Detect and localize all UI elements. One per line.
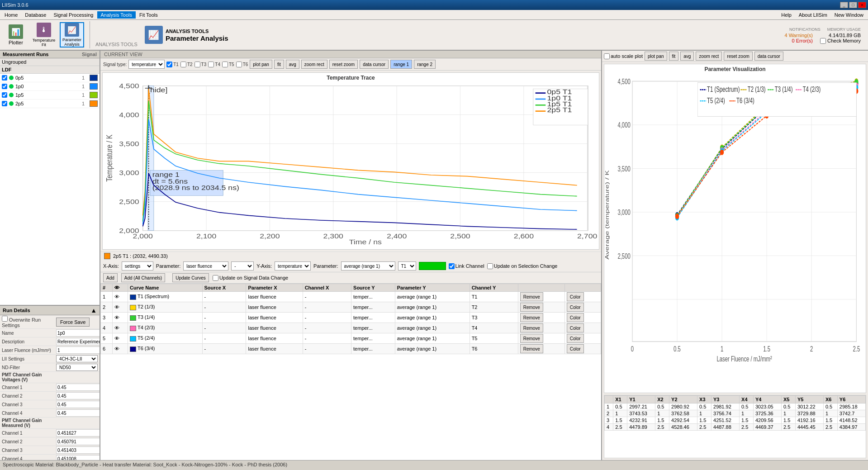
ch-t6[interactable]: T6 (236, 62, 248, 67)
ch-t1[interactable]: T1 (166, 62, 179, 67)
menu-fit-tools[interactable]: Fit Tools (136, 11, 161, 19)
x-source-select[interactable]: settings measured (122, 261, 153, 271)
update-curves-btn[interactable]: Update Curves (172, 273, 209, 282)
ch-t5[interactable]: T5 (222, 62, 234, 67)
run-color-2p5[interactable] (90, 100, 98, 107)
menu-help[interactable]: Help (778, 11, 795, 19)
maximize-btn[interactable]: □ (849, 2, 857, 8)
update-selection-label[interactable]: Update on Selection Change (487, 263, 558, 269)
run-checkbox-1p0[interactable] (2, 84, 7, 89)
reset-zoom-btn[interactable]: reset zoom (329, 60, 358, 69)
zoom-rect-btn[interactable]: zoom rect (301, 60, 327, 69)
link-channel-checkbox[interactable] (449, 263, 455, 269)
curve-eye-1[interactable]: 👁 (112, 302, 128, 313)
curve-remove-2[interactable]: Remove (518, 313, 564, 323)
details-input-11[interactable] (56, 429, 100, 437)
pv-reset-zoom-btn[interactable]: reset zoom (724, 52, 752, 61)
overwrite-checkbox[interactable] (2, 316, 8, 322)
curve-color-btn-2[interactable]: Color (564, 313, 601, 323)
details-input-13[interactable] (56, 446, 100, 454)
run-checkbox-1p5[interactable] (2, 92, 7, 98)
x-param-select[interactable]: laser fluence temperature (183, 261, 228, 271)
add-all-btn[interactable]: Add (All Channels) (121, 273, 165, 282)
temperature-fit-btn[interactable]: 🌡 TemperatureFit (32, 22, 56, 47)
run-item-1p0[interactable]: 1p0 1 (0, 82, 100, 91)
x-extra-select[interactable]: - (231, 261, 254, 271)
pv-plot-pan-btn[interactable]: plot pan (645, 52, 667, 61)
window-controls[interactable]: _ □ × (840, 2, 866, 8)
y-channel-select[interactable]: T1T2T3 (398, 261, 416, 271)
curve-color-btn-5[interactable]: Color (564, 344, 601, 354)
update-curves-btn-label[interactable]: Update Curves (172, 273, 209, 282)
minimize-btn[interactable]: _ (840, 2, 848, 8)
y-param-select[interactable]: average (range 1) peak (341, 261, 395, 271)
curve-color-btn-0[interactable]: Color (564, 292, 601, 302)
update-signal-label[interactable]: Update on Signal Data Change (213, 275, 288, 281)
close-btn[interactable]: × (858, 2, 866, 8)
y-source-select[interactable]: temperature raw (275, 261, 311, 271)
pv-avg-btn[interactable]: avg (680, 52, 694, 61)
curve-color-btn-1[interactable]: Color (564, 302, 601, 313)
update-selection-checkbox[interactable] (487, 263, 493, 269)
force-save-btn[interactable]: Force Save (56, 318, 90, 327)
plotter-btn[interactable]: 📊 Plotter (4, 22, 28, 47)
auto-scale-checkbox[interactable] (604, 53, 610, 59)
details-input-8[interactable] (56, 401, 100, 408)
curve-eye-3[interactable]: 👁 (112, 323, 128, 333)
details-input-6[interactable] (56, 384, 100, 391)
ch-t4[interactable]: T4 (208, 62, 220, 67)
add-btn[interactable]: Add (103, 273, 118, 282)
curve-remove-3[interactable]: Remove (518, 323, 564, 333)
menu-analysis-tools[interactable]: Analysis Tools (97, 11, 136, 19)
details-input-1[interactable] (56, 338, 100, 345)
menu-database[interactable]: Database (21, 11, 50, 19)
update-signal-checkbox[interactable] (213, 275, 218, 281)
run-color-0p5[interactable] (90, 75, 98, 81)
details-input-7[interactable] (56, 392, 100, 399)
run-item-1p5[interactable]: 1p5 1 (0, 91, 100, 100)
data-cursor-btn[interactable]: data cursor (360, 60, 389, 69)
details-input-14[interactable] (56, 455, 100, 460)
menu-about[interactable]: About LIISim (795, 11, 831, 19)
run-details-expand[interactable]: ▲ (90, 307, 97, 314)
curve-color-btn-4[interactable]: Color (564, 333, 601, 344)
curve-remove-5[interactable]: Remove (518, 344, 564, 354)
run-item-0p5[interactable]: 0p5 1 (0, 74, 100, 82)
run-color-1p5[interactable] (90, 92, 98, 98)
curve-remove-4[interactable]: Remove (518, 333, 564, 344)
menu-new-window[interactable]: New Window (831, 11, 867, 19)
details-input-0[interactable] (56, 329, 100, 337)
details-select-3[interactable]: 4CH-3C-LII (56, 355, 98, 362)
pv-data-cursor-btn[interactable]: data cursor (754, 52, 783, 61)
details-input-9[interactable] (56, 409, 100, 417)
link-channel-label[interactable]: Link Channel (449, 263, 484, 269)
avg-btn[interactable]: avg (286, 60, 299, 69)
run-item-2p5[interactable]: 2p5 1 (0, 100, 100, 108)
curve-color-btn-3[interactable]: Color (564, 323, 601, 333)
menu-home[interactable]: Home (1, 11, 21, 19)
curve-eye-0[interactable]: 👁 (112, 292, 128, 302)
run-checkbox-0p5[interactable] (2, 75, 7, 81)
details-input-2[interactable] (56, 347, 100, 354)
auto-scale-label[interactable]: auto scale plot (604, 53, 643, 59)
ch-t3[interactable]: T3 (194, 62, 207, 67)
curve-eye-4[interactable]: 👁 (112, 333, 128, 344)
fit-btn[interactable]: fit (274, 60, 284, 69)
signal-type-select[interactable]: temperature raw abscoeff (128, 60, 165, 69)
curve-eye-2[interactable]: 👁 (112, 313, 128, 323)
curve-remove-1[interactable]: Remove (518, 302, 564, 313)
menu-signal-processing[interactable]: Signal Processing (50, 11, 97, 19)
range1-btn[interactable]: range 1 (390, 60, 412, 69)
curve-eye-5[interactable]: 👁 (112, 344, 128, 354)
parameter-analysis-btn[interactable]: 📈 ParameterAnalysis (60, 22, 84, 47)
run-checkbox-2p5[interactable] (2, 101, 7, 106)
details-input-12[interactable] (56, 438, 100, 445)
ch-t2[interactable]: T2 (180, 62, 193, 67)
pv-fit-btn[interactable]: fit (669, 52, 679, 61)
check-memory-checkbox[interactable] (820, 38, 826, 44)
run-color-1p0[interactable] (90, 83, 98, 90)
plot-pan-btn[interactable]: plot pan (250, 60, 272, 69)
pv-zoom-rect-btn[interactable]: zoom rect (696, 52, 722, 61)
details-select-4[interactable]: ND50 (56, 364, 98, 371)
curve-remove-0[interactable]: Remove (518, 292, 564, 302)
